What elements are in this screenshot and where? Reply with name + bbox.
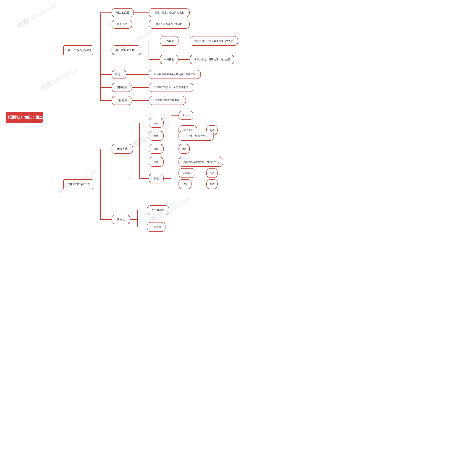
- s2c2a-node: 殖民地独立: [147, 205, 169, 215]
- s1c2-node: 领土主权: [112, 20, 132, 29]
- s1c4l1-node: 以主航道或河道中心线为界分属沿岸国: [149, 70, 201, 79]
- watermark-1: 树图 shutu.cn: [16, 1, 57, 30]
- s1c3a1-node: 无害通过、外交及领事特权与豁免等: [190, 36, 238, 46]
- s1c3b-node: 特殊限制: [160, 55, 179, 64]
- s1c6l1-node: 依条约对所有国家开放: [149, 96, 186, 105]
- s2c1b1-node: 有争议，现已不合法: [179, 131, 214, 141]
- s2c1c-node: 添附: [149, 144, 164, 154]
- s2c1ea-node: 非强制: [179, 168, 195, 178]
- section2-node: 2.领土的取得方式: [63, 179, 93, 189]
- s2c1e-node: 割让: [149, 174, 164, 184]
- s2c1-node: 传统方式: [112, 144, 133, 154]
- s1c3a-node: 一般限制: [160, 36, 179, 46]
- s1c1-node: 领土的范围: [112, 8, 134, 17]
- s1c3b1-node: 共管、租借、国际地役、势力范围: [190, 55, 234, 64]
- root-node: 《国际法》知识：领土: [6, 112, 43, 123]
- s2c1a1-node: 无主地: [179, 111, 193, 120]
- s2c2b-node: 公民投票: [147, 222, 165, 232]
- s2c1eb-node: 强制: [179, 179, 192, 189]
- s2c1c1-node: 合法: [179, 144, 190, 154]
- s2c1a-node: 先占: [149, 118, 164, 128]
- s2c1d-node: 征服: [149, 157, 164, 167]
- mind-map: 树图 shutu.cn 树图 shutu.cn 树图 shutu.cn 树图 s…: [0, 0, 238, 234]
- s1c3-node: 领土主权的限制：: [112, 45, 141, 55]
- s1c5-node: 多国河流: [112, 83, 132, 92]
- s2c2-node: 新方式: [112, 215, 130, 224]
- s1c5l1-node: 只对沿岸国开放，分段属沿岸国: [149, 83, 193, 92]
- s1c4-node: 界河：: [112, 70, 126, 79]
- s1c1l1-node: 领陆、领水、领空及其底土: [149, 8, 190, 17]
- s2c1d1-node: 以战争合法性为基础，现已不合法: [179, 157, 223, 167]
- s2c1eb1-node: 非法: [206, 179, 217, 189]
- s1c2l1-node: 领土所有权和领土管辖权: [149, 20, 190, 29]
- watermark-3: 树图 shutu.cn: [38, 64, 80, 94]
- s1c6-node: 国际河流: [112, 96, 132, 105]
- s2c1ea1-node: 合法: [206, 168, 217, 178]
- section1-node: 1.领土主权及其限制: [63, 45, 93, 55]
- s2c1b-node: 时效: [149, 131, 164, 141]
